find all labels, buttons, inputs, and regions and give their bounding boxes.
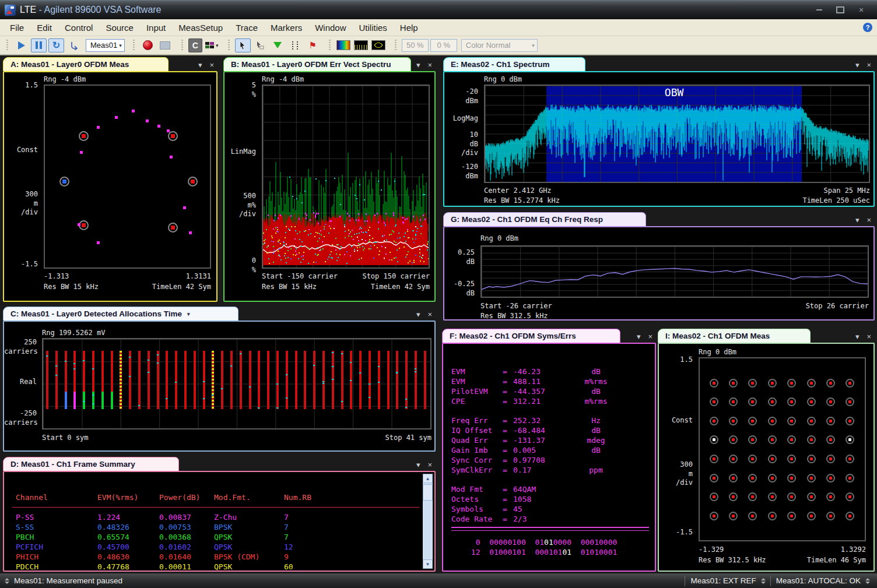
marker-move-button[interactable]: [252, 38, 268, 52]
column-header: Power(dB): [159, 493, 214, 502]
menu-source[interactable]: Source: [99, 21, 140, 34]
close-icon[interactable]: ×: [427, 61, 432, 69]
status-spinner-icon[interactable]: [761, 578, 766, 584]
menu-edit[interactable]: Edit: [30, 21, 58, 34]
allocation-segment: [73, 392, 76, 409]
allocation-bar: [387, 351, 390, 409]
allocation-bar-yellow: [212, 351, 214, 409]
bits-segment: 0000 00010000: [553, 538, 618, 547]
allocations-plot[interactable]: [42, 338, 432, 429]
allocation-segment: [111, 392, 113, 409]
measurement-select[interactable]: Meas01▾: [86, 39, 125, 52]
close-icon[interactable]: ×: [648, 333, 653, 340]
close-icon[interactable]: ×: [427, 461, 432, 469]
eq-freq-resp-plot[interactable]: [480, 245, 869, 298]
result-row: Quad Err=-131.37mdeg: [451, 436, 655, 446]
collapse-icon[interactable]: ▾: [416, 461, 420, 469]
collapse-icon[interactable]: ▾: [855, 333, 860, 340]
single-sweep-button[interactable]: [66, 38, 82, 52]
scroll-down-icon[interactable]: ▼: [423, 559, 433, 569]
constellation-dot: [713, 477, 715, 480]
layout-button[interactable]: ▾: [204, 38, 220, 52]
record-button[interactable]: [140, 38, 156, 52]
close-icon[interactable]: ×: [209, 61, 214, 69]
band-marker-button[interactable]: [287, 38, 303, 52]
close-icon[interactable]: ×: [867, 216, 871, 224]
result-unit: [570, 456, 622, 466]
pause-button[interactable]: [31, 38, 47, 52]
scroll-up-icon[interactable]: ▲: [423, 474, 433, 483]
constellation-point: [826, 455, 835, 463]
menu-help[interactable]: Help: [394, 21, 425, 34]
status-spinner-icon[interactable]: [865, 578, 870, 584]
flag-marker-button[interactable]: ⚑: [305, 38, 321, 52]
constellation-point: [846, 435, 854, 444]
menu-input[interactable]: Input: [140, 21, 172, 34]
menu-markers[interactable]: Markers: [264, 21, 308, 34]
table-cell: QPSK: [214, 562, 284, 572]
scrollbar-thumb[interactable]: [423, 484, 433, 501]
y-axis-bottom-label: -0.25 dB: [444, 280, 475, 298]
constellation-dot: [732, 420, 735, 422]
spectrum-display-button[interactable]: [353, 38, 369, 52]
app-icon: [5, 5, 16, 16]
peak-marker-button[interactable]: [270, 38, 286, 52]
allocation-speckle: [369, 397, 370, 398]
window-c-tab[interactable]: C: Meas01 - Layer0 Detected Allocations …: [3, 307, 238, 321]
result-unit: [570, 495, 622, 505]
collapse-icon[interactable]: ▾: [198, 61, 202, 69]
close-icon[interactable]: ×: [427, 311, 432, 318]
window-a-tab[interactable]: A: Meas01 - Layer0 OFDM Meas: [3, 57, 169, 71]
window-g-tab[interactable]: G: Meas02 - Ch1 OFDM Eq Ch Freq Resp: [443, 212, 646, 226]
menu-control[interactable]: Control: [58, 21, 99, 34]
window-i-tab[interactable]: I: Meas02 - Ch1 OFDM Meas: [658, 329, 811, 343]
window-f-tab[interactable]: F: Meas02 - Ch1 OFDM Syms/Errs: [442, 329, 620, 343]
menu-utilities[interactable]: Utilities: [353, 21, 394, 34]
menu-file[interactable]: File: [3, 21, 30, 34]
allocation-bar: [322, 351, 325, 409]
maximize-button[interactable]: [833, 5, 848, 15]
window-d-tab[interactable]: D: Meas01 - Ch1 Frame Summary: [3, 457, 179, 471]
constellation-dot: [732, 515, 735, 517]
result-value: -44.357: [513, 387, 570, 397]
error-vector-spectrum-plot[interactable]: [262, 84, 430, 269]
pointer-tool-button[interactable]: [235, 38, 251, 52]
close-button[interactable]: ×: [854, 5, 869, 15]
constellation-point: [826, 379, 835, 388]
table-cell: 0.45700: [97, 543, 159, 552]
menu-meassetup[interactable]: MeasSetup: [172, 21, 229, 34]
menu-window[interactable]: Window: [308, 21, 352, 34]
constellation-plot[interactable]: [699, 357, 866, 541]
constellation-point: [79, 131, 89, 141]
scrollbar[interactable]: ▲ ▼: [423, 474, 433, 569]
spectrogram-display-button[interactable]: [336, 38, 352, 52]
constellation-point: [748, 492, 757, 501]
window-b-tab[interactable]: B: Meas01 - Layer0 OFDM Err Vect Spectru: [223, 57, 411, 71]
collapse-icon[interactable]: ▾: [637, 333, 641, 340]
help-icon[interactable]: ?: [863, 23, 872, 32]
collapse-icon[interactable]: ▾: [855, 61, 860, 69]
window-e-tab[interactable]: E: Meas02 - Ch1 Spectrum: [443, 57, 585, 71]
trace-select-icon[interactable]: ▾: [187, 311, 190, 317]
result-value: 0.17: [513, 466, 570, 476]
eye-display-button[interactable]: [371, 38, 387, 52]
collapse-icon[interactable]: ▾: [416, 61, 420, 69]
table-cell: Z-Chu: [214, 513, 284, 523]
run-button[interactable]: [13, 38, 29, 52]
constellation-plot[interactable]: [44, 84, 211, 269]
close-icon[interactable]: ×: [867, 61, 871, 69]
equals-sign: =: [503, 377, 513, 387]
collapse-icon[interactable]: ▾: [855, 216, 860, 224]
collapse-icon[interactable]: ▾: [416, 311, 420, 318]
spectrogram-icon: [336, 40, 350, 50]
menu-trace[interactable]: Trace: [229, 21, 264, 34]
spectrum-plot[interactable]: OBW: [484, 84, 870, 183]
constellation-dot: [713, 515, 715, 517]
continuous-button[interactable]: ↻: [48, 38, 64, 52]
status-spinner-icon[interactable]: [5, 578, 9, 584]
correction-button[interactable]: C: [188, 38, 202, 52]
constellation-dot: [170, 156, 173, 159]
constellation-dot: [189, 231, 192, 234]
minimize-button[interactable]: [812, 5, 827, 15]
close-icon[interactable]: ×: [867, 333, 871, 340]
